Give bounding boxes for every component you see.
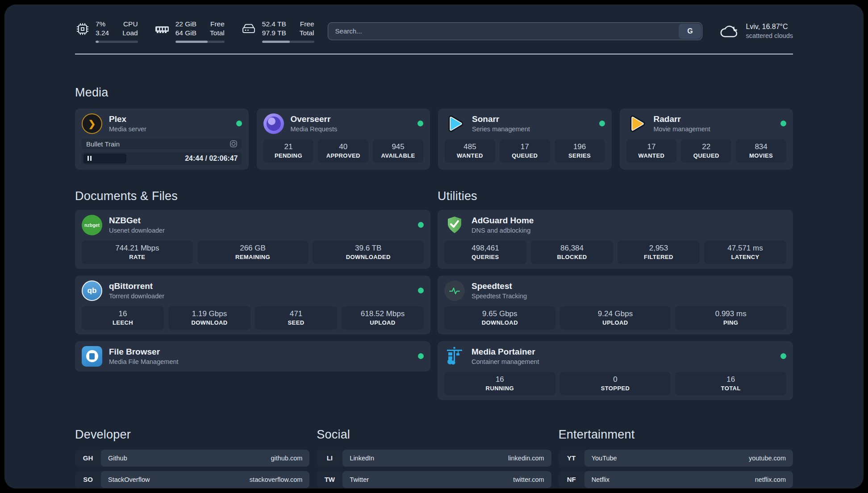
search-bar[interactable]: G <box>328 22 703 40</box>
section-title-entertainment: Entertainment <box>559 428 793 442</box>
card-plex[interactable]: ❯ Plex Media server Bullet Train 24:44 /… <box>75 109 249 170</box>
overseerr-icon <box>263 113 284 134</box>
cpu-stat: 7% CPU 3.24 Load <box>75 20 138 43</box>
plex-icon: ❯ <box>82 113 102 134</box>
disk-progress-fill <box>262 41 290 43</box>
search-input[interactable] <box>328 23 678 40</box>
status-online-dot <box>599 121 605 126</box>
stat-stopped: 0STOPPED <box>560 372 671 395</box>
link-netflix[interactable]: NF Netflixnetflix.com <box>559 471 793 488</box>
status-online-dot <box>418 288 424 293</box>
stat-download: 1.19 GbpsDOWNLOAD <box>168 306 250 330</box>
link-stackoverflow[interactable]: SO StackOverflowstackoverflow.com <box>75 471 309 488</box>
stat-wanted: 17WANTED <box>626 139 677 163</box>
app-name: Plex <box>109 114 146 124</box>
section-title-documents: Documents & Files <box>75 189 430 203</box>
stat-series: 196SERIES <box>555 139 605 163</box>
link-url: github.com <box>271 455 302 462</box>
stat-download: 9.65 GbpsDOWNLOAD <box>444 306 555 330</box>
cpu-load-label: Load <box>122 29 138 38</box>
stat-filtered: 2,953FILTERED <box>618 241 700 264</box>
disk-total-label: Total <box>300 29 314 38</box>
card-sonarr[interactable]: Sonarr Series management 485WANTED 17QUE… <box>438 109 612 170</box>
weather-widget: Lviv, 16.87°C scattered clouds <box>719 23 793 39</box>
dashboard: 7% CPU 3.24 Load 22 GiB Free 64 GiB Tota… <box>4 4 864 489</box>
link-abbr-badge: SO <box>75 471 101 488</box>
app-desc: DNS and adblocking <box>472 227 534 234</box>
memory-free-value: 22 GiB <box>175 20 196 29</box>
top-bar: 7% CPU 3.24 Load 22 GiB Free 64 GiB Tota… <box>75 20 793 43</box>
section-title-developer: Developer <box>75 428 309 442</box>
cpu-icon <box>75 21 90 37</box>
app-name: File Browser <box>109 347 179 357</box>
card-qbittorrent[interactable]: qb qBittorrent Torrent downloader 16LEEC… <box>75 276 430 334</box>
media-grid: ❯ Plex Media server Bullet Train 24:44 /… <box>75 109 793 170</box>
pause-button[interactable] <box>83 154 126 163</box>
status-online-dot <box>236 121 242 126</box>
status-online-dot <box>780 353 786 359</box>
stat-seed: 471SEED <box>255 306 337 330</box>
qbittorrent-icon: qb <box>82 280 102 301</box>
section-title-social: Social <box>317 428 551 442</box>
status-online-dot <box>417 121 423 126</box>
card-portainer[interactable]: Media Portainer Container management 16R… <box>438 341 793 400</box>
weather-condition: scattered clouds <box>746 32 793 39</box>
stat-leech: 16LEECH <box>82 306 164 330</box>
section-title-utilities: Utilities <box>438 189 793 203</box>
link-url: netflix.com <box>755 476 786 483</box>
app-desc: Usenet downloader <box>109 227 165 234</box>
link-name: Twitter <box>350 476 369 483</box>
stat-remaining: 266 GBREMAINING <box>197 241 309 264</box>
weather-location-temp: Lviv, 16.87°C <box>746 23 793 31</box>
stat-available: 945AVAILABLE <box>373 139 423 163</box>
disk-icon <box>241 21 257 37</box>
app-name: AdGuard Home <box>472 216 534 226</box>
plex-chevron-glyph: ❯ <box>88 118 96 129</box>
pause-icon <box>88 156 92 161</box>
link-name: LinkedIn <box>350 455 374 462</box>
stat-queries: 498,461QUERIES <box>444 241 526 264</box>
app-desc: Media File Management <box>109 358 179 365</box>
system-stats: 7% CPU 3.24 Load 22 GiB Free 64 GiB Tota… <box>75 20 314 43</box>
app-name: Radarr <box>654 114 710 124</box>
card-filebrowser[interactable]: File Browser Media File Management <box>75 341 430 372</box>
cloud-icon <box>719 23 740 39</box>
card-overseerr[interactable]: Overseerr Media Requests 21PENDING 40APP… <box>257 109 430 170</box>
link-twitter[interactable]: TW Twittertwitter.com <box>317 471 551 488</box>
card-adguard[interactable]: AdGuard Home DNS and adblocking 498,461Q… <box>438 210 793 269</box>
app-desc: Torrent downloader <box>109 292 164 300</box>
stat-approved: 40APPROVED <box>318 139 368 163</box>
stat-downloaded: 39.6 TBDOWNLOADED <box>313 241 424 264</box>
link-abbr-badge: YT <box>559 450 584 467</box>
link-youtube[interactable]: YT YouTubeyoutube.com <box>559 450 793 467</box>
card-radarr[interactable]: Radarr Movie management 17WANTED 22QUEUE… <box>620 109 793 170</box>
link-linkedin[interactable]: LI LinkedInlinkedin.com <box>317 450 551 467</box>
app-desc: Movie management <box>654 125 710 133</box>
app-name: Overseerr <box>291 114 338 124</box>
app-desc: Series management <box>472 125 530 133</box>
disk-stat: 52.4 TB Free 97.9 TB Total <box>241 20 314 43</box>
app-name: Speedtest <box>472 281 527 291</box>
stat-rate: 744.21 MbpsRATE <box>82 241 193 264</box>
cpu-load-value: 3.24 <box>96 29 109 38</box>
memory-total-label: Total <box>210 29 225 38</box>
link-github[interactable]: GH Githubgithub.com <box>75 450 309 467</box>
link-abbr-badge: TW <box>317 471 342 488</box>
stat-latency: 47.571 msLATENCY <box>704 241 786 264</box>
utilities-column: Utilities AdGuard Home DNS and adblockin… <box>438 189 793 400</box>
app-name: Sonarr <box>472 114 530 124</box>
card-speedtest[interactable]: Speedtest Speedtest Tracking 9.65 GbpsDO… <box>438 276 793 334</box>
status-online-dot <box>780 121 786 126</box>
cpu-progress-fill <box>96 41 99 43</box>
filebrowser-icon <box>82 346 102 367</box>
memory-progress-bar <box>175 41 225 43</box>
status-online-dot <box>418 353 424 359</box>
card-nzbget[interactable]: nzbget NZBGet Usenet downloader 744.21 M… <box>75 210 430 269</box>
media-type-icon <box>230 140 238 148</box>
link-url: youtube.com <box>749 455 786 462</box>
speedtest-icon <box>444 280 465 301</box>
search-engine-button[interactable]: G <box>679 24 701 39</box>
memory-total-value: 64 GiB <box>175 29 196 38</box>
cpu-progress-bar <box>96 41 138 43</box>
section-title-media: Media <box>75 86 793 100</box>
